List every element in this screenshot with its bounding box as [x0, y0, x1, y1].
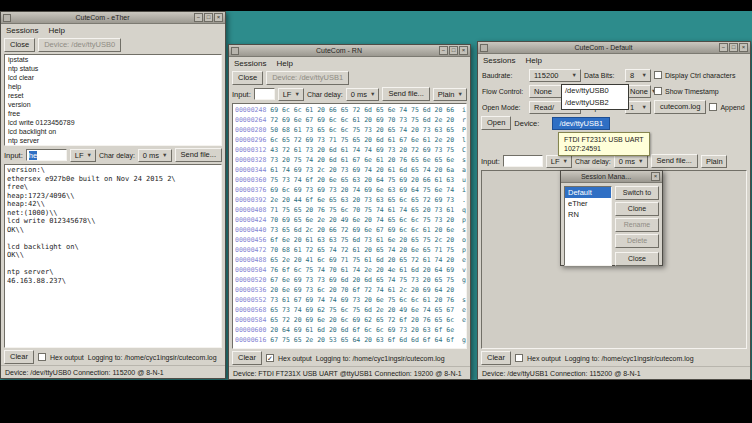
parity-value: None: [630, 87, 648, 96]
history-item[interactable]: version: [5, 100, 221, 109]
chevron-down-icon: ▼: [370, 91, 375, 97]
hex-line: 00000568 65 73 74 69 62 75 6c 75 6d 2e 2…: [235, 305, 464, 315]
hex-output-area[interactable]: 00000248 69 6c 6c 61 20 66 65 72 6d 65 6…: [232, 103, 467, 349]
clone-button[interactable]: Clone: [615, 202, 659, 216]
titlebar[interactable]: CuteCom - Default − □ ×: [478, 42, 750, 54]
eol-select[interactable]: LF▼: [546, 155, 572, 168]
ctrl-chars-checkbox[interactable]: [654, 71, 662, 79]
char-delay-select[interactable]: 0 ms▼: [138, 149, 172, 162]
history-item[interactable]: ipstats: [5, 55, 221, 64]
input-field[interactable]: he: [26, 149, 67, 161]
device-option[interactable]: /dev/ttyUSB2: [562, 97, 628, 109]
device-option[interactable]: /dev/ttyUSB0: [562, 85, 628, 97]
close-icon[interactable]: ×: [651, 172, 660, 181]
menu-sessions[interactable]: Sessions: [483, 56, 515, 65]
window-menu-icon[interactable]: [480, 44, 488, 52]
menu-sessions[interactable]: Sessions: [234, 59, 266, 68]
logfile-button[interactable]: cutecom.log: [654, 100, 706, 114]
switch-to-button[interactable]: Switch to: [615, 186, 659, 200]
menu-help[interactable]: Help: [48, 26, 64, 35]
maximize-icon[interactable]: □: [729, 43, 738, 52]
history-item[interactable]: lcd clear: [5, 73, 221, 82]
logging-path[interactable]: Logging to: /home/cyc1ingsir/cutecom.log: [88, 354, 217, 361]
minimize-icon[interactable]: −: [439, 46, 448, 55]
session-item[interactable]: RN: [565, 209, 611, 220]
history-item[interactable]: help: [5, 82, 221, 91]
session-item[interactable]: Default: [565, 187, 611, 198]
close-icon[interactable]: ×: [739, 43, 748, 52]
window-menu-icon[interactable]: [231, 47, 239, 55]
close-icon[interactable]: ×: [214, 13, 223, 22]
close-button[interactable]: Close: [615, 252, 659, 266]
eol-select[interactable]: LF▼: [70, 149, 96, 162]
device-select[interactable]: /dev/ttyUSB1: [552, 117, 610, 130]
delete-button[interactable]: Delete: [615, 234, 659, 248]
history-item[interactable]: lcd write 0123456789: [5, 118, 221, 127]
baudrate-select[interactable]: 115200▼: [529, 69, 581, 82]
stopbits-value: 1: [630, 103, 634, 112]
window-menu-icon[interactable]: [3, 14, 11, 22]
session-list[interactable]: DefaulteTherRN: [564, 186, 612, 266]
clear-button[interactable]: Clear: [481, 351, 511, 365]
session-item[interactable]: eTher: [565, 198, 611, 209]
baudrate-label: Baudrate:: [482, 72, 526, 79]
menubar: Sessions Help: [1, 24, 225, 37]
databits-select[interactable]: 8▼: [625, 69, 651, 82]
hex-output-checkbox[interactable]: [38, 353, 46, 361]
history-item[interactable]: reset: [5, 91, 221, 100]
logging-path[interactable]: Logging to: /home/cyc1ingsir/cutecom.log: [316, 355, 445, 362]
close-icon[interactable]: ×: [459, 46, 468, 55]
input-field[interactable]: [254, 88, 275, 100]
device-tab-row: Open Device: /dev/ttyUSB1: [478, 115, 750, 131]
menu-help[interactable]: Help: [525, 56, 541, 65]
chevron-down-icon: ▼: [638, 158, 643, 164]
clear-button[interactable]: Clear: [232, 351, 262, 365]
history-item[interactable]: lcd backlight on: [5, 127, 221, 136]
titlebar[interactable]: CuteCom - RN − □ ×: [229, 45, 470, 57]
history-item[interactable]: ntp server: [5, 136, 221, 145]
open-button[interactable]: Open: [481, 116, 511, 130]
char-delay-label: Char delay:: [575, 158, 611, 165]
maximize-icon[interactable]: □: [204, 13, 213, 22]
eol-select[interactable]: LF▼: [278, 88, 304, 101]
char-delay-select[interactable]: 0 ms▼: [346, 88, 380, 101]
history-item[interactable]: ntp status: [5, 64, 221, 73]
menu-sessions[interactable]: Sessions: [6, 26, 38, 35]
titlebar[interactable]: CuteCom - eTher − □ ×: [1, 12, 225, 24]
device-button[interactable]: Device: /dev/ttyUSB1: [266, 71, 349, 85]
hex-output-checkbox[interactable]: ✓: [266, 354, 274, 362]
append-checkbox[interactable]: [709, 103, 717, 111]
send-file-button[interactable]: Send file...: [651, 154, 698, 168]
toolbar: Close Device: /dev/ttyUSB0: [1, 37, 225, 53]
device-button[interactable]: Device: /dev/ttyUSB0: [38, 38, 121, 52]
minimize-icon[interactable]: −: [194, 13, 203, 22]
logging-path[interactable]: Logging to: /home/cyc1ingsir/cutecom.log: [565, 355, 694, 362]
history-item[interactable]: free: [5, 109, 221, 118]
window-title: CuteCom - RN: [241, 47, 437, 54]
command-history-list[interactable]: ipstatsntp statuslcd clearhelpresetversi…: [4, 54, 222, 146]
send-file-button[interactable]: Send file...: [175, 148, 222, 162]
eol-value: LF: [75, 151, 84, 160]
clear-button[interactable]: Clear: [4, 350, 34, 364]
open-mode-value: Read/: [534, 103, 554, 112]
hex-output-checkbox[interactable]: [515, 354, 523, 362]
send-file-button[interactable]: Send file...: [382, 87, 429, 101]
close-button[interactable]: Close: [232, 71, 263, 85]
window-cutecom-rn: CuteCom - RN − □ × Sessions Help Close D…: [228, 44, 471, 380]
hex-output-label: Hex output: [527, 355, 561, 362]
titlebar[interactable]: Session Mana... ×: [561, 171, 662, 183]
display-mode-select[interactable]: Plain: [701, 155, 727, 168]
close-button[interactable]: Close: [4, 38, 35, 52]
status-text: Device: FTDI FT231X USB UART @ttyUSB1 Co…: [233, 370, 462, 377]
display-mode-select[interactable]: Plain▼: [433, 88, 467, 101]
menu-help[interactable]: Help: [276, 59, 292, 68]
char-delay-select[interactable]: 0 ms▼: [614, 155, 648, 168]
minimize-icon[interactable]: −: [719, 43, 728, 52]
show-timestamp-checkbox[interactable]: [654, 87, 662, 95]
maximize-icon[interactable]: □: [449, 46, 458, 55]
input-field[interactable]: [503, 155, 543, 167]
rename-button[interactable]: Rename: [615, 218, 659, 232]
output-area[interactable]: version:\ ethersex e927b0e built on Nov …: [4, 164, 222, 348]
hex-line: 00000376 69 6c 69 73 69 73 20 74 69 6e 6…: [235, 185, 464, 195]
device-dropdown-list[interactable]: /dev/ttyUSB0/dev/ttyUSB2: [561, 84, 629, 110]
